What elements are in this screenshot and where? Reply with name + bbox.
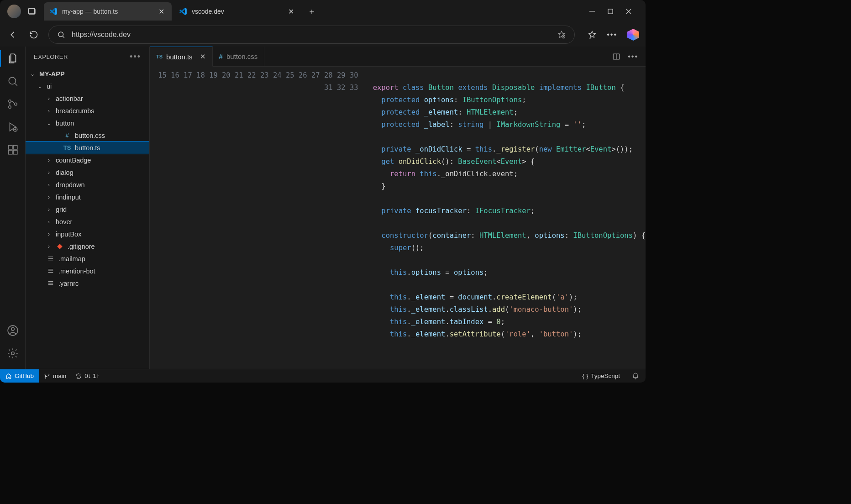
editor-more-icon[interactable]: ••• (628, 52, 638, 61)
chevron-right-icon: › (46, 194, 52, 200)
tree-label: hover (56, 218, 72, 226)
activity-source-control[interactable] (5, 97, 20, 111)
activity-bar (0, 47, 26, 369)
status-language[interactable]: { } TypeScript (578, 373, 625, 379)
split-editor-icon[interactable] (612, 52, 620, 61)
chevron-right-icon: › (46, 108, 52, 114)
tree-item[interactable]: ›.gitignore (26, 240, 149, 252)
chevron-right-icon: › (46, 157, 52, 163)
tree-label: .mention-bot (58, 268, 95, 275)
editor-tab[interactable]: TS button.ts ✕ (150, 47, 213, 67)
tab-close-icon[interactable]: ✕ (200, 52, 206, 61)
chevron-right-icon: › (46, 206, 52, 213)
tree-item[interactable]: ›hover (26, 215, 149, 228)
chevron-right-icon: › (46, 95, 52, 102)
back-button[interactable] (6, 28, 19, 41)
tab-close-icon[interactable]: ✕ (157, 6, 166, 17)
editor-tabs: TS button.ts ✕ # button.css ••• (150, 47, 646, 67)
notifications-icon[interactable] (632, 373, 639, 380)
chevron-right-icon: › (46, 182, 52, 188)
search-icon (57, 31, 65, 39)
explorer-panel: EXPLORER ••• ⌄ MY-APP ⌄ui›actionbar›brea… (26, 47, 150, 369)
svg-point-7 (8, 100, 11, 102)
tree-item[interactable]: ›grid (26, 203, 149, 215)
svg-point-9 (14, 103, 16, 105)
tree-item[interactable]: ›countBadge (26, 154, 149, 166)
status-sync[interactable]: 0↓ 1↑ (71, 373, 104, 379)
svg-rect-3 (608, 9, 613, 14)
tree-label: grid (56, 206, 67, 213)
close-button[interactable] (625, 8, 632, 15)
activity-extensions[interactable] (5, 142, 20, 157)
status-branch[interactable]: main (39, 373, 71, 379)
url-text: https://vscode.dev (72, 31, 131, 39)
vscode-icon (49, 7, 58, 16)
tree-item[interactable]: .mention-bot (26, 265, 149, 277)
chevron-down-icon: ⌄ (46, 120, 52, 126)
status-github[interactable]: GitHub (0, 369, 39, 383)
tree-label: button.ts (75, 144, 100, 152)
svg-point-8 (8, 106, 11, 108)
tree-item[interactable]: .mailmap (26, 252, 149, 265)
tree-label: breadcrumbs (56, 107, 95, 115)
chevron-down-icon: ⌄ (29, 71, 36, 77)
svg-point-4 (58, 32, 63, 37)
activity-search[interactable] (5, 74, 20, 89)
tree-item[interactable]: ›dialog (26, 166, 149, 178)
menu-button[interactable]: ••• (607, 31, 617, 39)
browser-tab[interactable]: my-app — button.ts ✕ (44, 2, 172, 21)
activity-accounts[interactable] (5, 323, 20, 338)
activity-settings[interactable] (5, 346, 20, 361)
svg-rect-13 (8, 150, 12, 154)
tree-label: countBadge (56, 157, 91, 164)
tree-label: .mailmap (58, 255, 85, 262)
tree-item[interactable]: ›dropdown (26, 178, 149, 191)
tab-close-icon[interactable]: ✕ (286, 6, 296, 17)
chevron-down-icon: ⌄ (37, 83, 43, 89)
tree-item[interactable]: .yarnrc (26, 277, 149, 289)
refresh-button[interactable] (27, 28, 40, 41)
editor-tab-label: button.css (226, 52, 257, 60)
tree-item[interactable]: ›findinput (26, 191, 149, 203)
activity-explorer[interactable] (5, 51, 20, 66)
tree-item[interactable]: ⌄button (26, 117, 149, 129)
tree-item[interactable]: #button.css (26, 129, 149, 142)
favorite-icon[interactable] (557, 30, 566, 39)
browser-tab[interactable]: vscode.dev ✕ (173, 2, 301, 21)
address-bar[interactable]: https://vscode.dev (48, 26, 575, 44)
svg-rect-2 (29, 8, 35, 14)
tree-label: dialog (56, 169, 74, 176)
new-tab-button[interactable]: ＋ (303, 3, 320, 20)
copilot-icon[interactable] (627, 29, 639, 41)
editor-tab-label: button.ts (166, 53, 193, 61)
svg-point-20 (45, 377, 46, 378)
editor-tab[interactable]: # button.css (213, 47, 265, 66)
activity-run-debug[interactable] (5, 120, 20, 134)
explorer-more-icon[interactable]: ••• (130, 52, 141, 62)
tree-item[interactable]: ›breadcrumbs (26, 105, 149, 117)
tree-label: findinput (56, 194, 81, 201)
tree-label: .yarnrc (58, 280, 79, 287)
tree-item[interactable]: ›actionbar (26, 92, 149, 105)
profile-avatar[interactable] (7, 5, 21, 18)
svg-point-19 (45, 374, 46, 375)
maximize-button[interactable] (607, 8, 614, 15)
address-bar-row: https://vscode.dev ••• (0, 23, 646, 47)
tree-item[interactable]: ⌄ui (26, 80, 149, 92)
tree-project-root[interactable]: ⌄ MY-APP (26, 68, 149, 80)
tree-label: button (56, 120, 74, 127)
svg-rect-12 (13, 145, 17, 149)
workspaces-icon[interactable] (26, 6, 37, 17)
vscode-icon (179, 7, 187, 16)
browser-chrome: my-app — button.ts ✕ vscode.dev ✕ ＋ http… (0, 0, 646, 47)
tree-item[interactable]: ›inputBox (26, 228, 149, 240)
minimize-button[interactable] (589, 8, 595, 15)
tree-item[interactable]: TSbutton.ts (26, 142, 149, 154)
editor-body[interactable]: 15 16 17 18 19 20 21 22 23 24 25 26 27 2… (150, 67, 646, 369)
code-content[interactable]: export class Button extends Disposable i… (365, 67, 646, 369)
favorites-button[interactable] (588, 30, 597, 39)
svg-rect-11 (8, 145, 12, 149)
typescript-icon: TS (156, 54, 163, 59)
css-icon: # (63, 132, 71, 139)
svg-point-16 (11, 328, 14, 331)
